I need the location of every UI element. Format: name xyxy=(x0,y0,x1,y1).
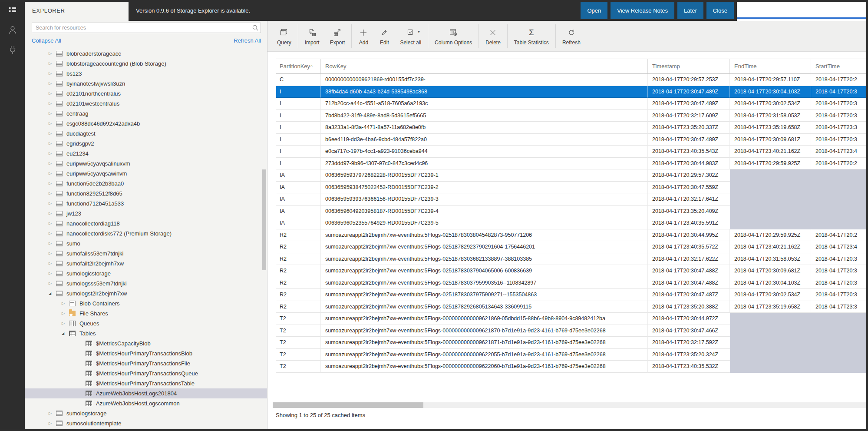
tree-item[interactable]: euripww5cyavqsawinvm xyxy=(25,169,267,179)
expander-icon[interactable] xyxy=(49,139,56,149)
tree-item[interactable]: c02101northcentralus xyxy=(25,89,267,99)
expander-icon[interactable] xyxy=(62,318,69,328)
delete-button[interactable]: Delete xyxy=(480,23,506,50)
select-all-button[interactable]: Select all xyxy=(395,23,426,50)
tree-scrollbar-thumb[interactable] xyxy=(262,169,266,270)
view-release-notes-button[interactable]: View Release Notes xyxy=(611,2,674,19)
tree-item[interactable]: nanocollectordisks772 (Premium Storage) xyxy=(25,229,267,239)
import-button[interactable]: Import xyxy=(300,23,325,50)
table-row[interactable]: I 712b20cc-a44c-4551-a518-7605a6a2193c 2… xyxy=(276,98,866,110)
tree-item[interactable]: eu21234 xyxy=(25,149,267,159)
expander-icon[interactable] xyxy=(49,119,56,129)
column-header-timestamp[interactable]: Timestamp xyxy=(647,59,729,73)
tree-item[interactable]: csgc088dc46d692x42adxa4b xyxy=(25,119,267,129)
later-button[interactable]: Later xyxy=(677,2,703,19)
expander-icon[interactable] xyxy=(49,129,56,139)
tree-item[interactable]: bs123 xyxy=(25,69,267,79)
expander-icon[interactable] xyxy=(49,199,56,209)
add-button[interactable]: Add xyxy=(353,23,374,50)
edit-button[interactable]: Edit xyxy=(374,23,395,50)
expander-icon[interactable] xyxy=(49,109,56,119)
table-row[interactable]: T2 sumoazureappt2lr2bejmh7xw-eventhubs:5… xyxy=(276,337,866,349)
tree-item[interactable]: Blob Containers xyxy=(25,298,267,308)
tree-item[interactable]: Queues xyxy=(25,318,267,328)
refresh-all-link[interactable]: Refresh All xyxy=(234,37,261,44)
table-row[interactable]: I 7bd8b422-31f9-489e-8ad8-5d3615ef5665 2… xyxy=(276,110,866,122)
expander-icon[interactable] xyxy=(49,169,56,179)
expander-icon[interactable] xyxy=(49,99,56,109)
tree-item[interactable]: euripww5cyavqsalinuxvm xyxy=(25,159,267,169)
expander-icon[interactable] xyxy=(49,179,56,189)
expander-icon[interactable] xyxy=(49,49,56,59)
tree-item[interactable]: $MetricsCapacityBlob xyxy=(25,338,267,348)
expander-icon[interactable] xyxy=(49,408,56,418)
table-row[interactable]: IA 00636596052355764929-RD00155DF7C239-5… xyxy=(276,217,866,229)
table-row[interactable]: IA 00636596049203958187-RD00155DF7C239-4… xyxy=(276,206,866,218)
table-row[interactable]: IA 00636595938475022452-RD00155DF7C239-2… xyxy=(276,182,866,194)
table-row[interactable]: T2 sumoazureappt2lr2bejmh7xw-eventhubs:5… xyxy=(276,349,866,361)
expander-icon[interactable] xyxy=(49,219,56,229)
tree-item[interactable]: centraag xyxy=(25,109,267,119)
refresh-button[interactable]: Refresh xyxy=(557,23,586,50)
table-row[interactable]: I 38fb4da4-d60b-4a43-b24d-5385498ac868 2… xyxy=(276,86,866,98)
tree-item[interactable]: c02101westcentralus xyxy=(25,99,267,109)
tree-item[interactable]: sumologstorage xyxy=(25,408,267,418)
expander-icon[interactable] xyxy=(49,229,56,239)
expander-icon[interactable] xyxy=(62,298,69,308)
tree-item[interactable]: sumo xyxy=(25,239,267,249)
expander-icon[interactable] xyxy=(49,159,56,169)
column-header-partitionkey[interactable]: PartitionKey^ xyxy=(276,59,320,73)
expander-icon[interactable] xyxy=(49,69,56,79)
table-row[interactable]: R2 sumoazureappt2lr2bejmh7xw-eventhubs:5… xyxy=(276,265,866,277)
table-row[interactable]: R2 sumoazureappt2lr2bejmh7xw-eventhubs:5… xyxy=(276,301,866,313)
table-row[interactable]: R2 sumoazureappt2lr2bejmh7xw-eventhubs:5… xyxy=(276,241,866,253)
tree-item[interactable]: AzureWebJobsHostLogscommon xyxy=(25,398,267,408)
tree-item[interactable]: $MetricsHourPrimaryTransactionsBlob xyxy=(25,348,267,358)
horizontal-scrollbar-thumb[interactable] xyxy=(273,402,423,408)
column-options-button[interactable]: Column Options xyxy=(429,23,477,50)
tree-item[interactable]: ducdiagtest xyxy=(25,129,267,139)
expander-icon[interactable] xyxy=(49,249,56,259)
expander-icon[interactable] xyxy=(49,239,56,249)
explorer-tab-icon[interactable] xyxy=(0,0,25,20)
tree-item[interactable]: jw123 xyxy=(25,209,267,219)
expander-icon[interactable] xyxy=(49,89,56,99)
expander-icon[interactable] xyxy=(49,59,56,69)
column-header-endtime[interactable]: EndTime xyxy=(729,59,811,73)
tree-item[interactable]: sumologicstorage xyxy=(25,269,267,278)
table-row[interactable]: T2 sumoazureappt2lr2bejmh7xw-eventhubs:5… xyxy=(276,325,866,337)
tree-item[interactable]: sumosolutiontemplate xyxy=(25,418,267,428)
tree-item[interactable]: $MetricsHourPrimaryTransactionsFile xyxy=(25,358,267,368)
tree-item[interactable]: $MetricsHourPrimaryTransactionsTable xyxy=(25,378,267,388)
expander-icon[interactable] xyxy=(49,418,56,428)
tree-item[interactable]: egridsgpv2 xyxy=(25,139,267,149)
tree-item[interactable]: byinanotestwjvwsli3uzn xyxy=(25,79,267,89)
table-row[interactable]: R2 sumoazureappt2lr2bejmh7xw-eventhubs:5… xyxy=(276,253,866,265)
table-row[interactable]: IA 00636595937972682228-RD00155DF7C239-1… xyxy=(276,169,866,182)
expander-icon[interactable] xyxy=(49,288,56,298)
tree-item[interactable]: nanocollectordiag118 xyxy=(25,219,267,229)
export-button[interactable]: Export xyxy=(325,23,350,50)
expander-icon[interactable] xyxy=(62,308,69,318)
expander-icon[interactable] xyxy=(49,149,56,159)
table-row[interactable]: I 8a3233a1-8f3a-4471-8a57-11a682e8e0fb 2… xyxy=(276,122,866,134)
connect-plug-icon[interactable] xyxy=(0,40,25,60)
tree-item[interactable]: sumologst2lr2bejmh7xw xyxy=(25,288,267,298)
table-row[interactable]: I 273ddd97-9b96-4307-97c0-847c3ced4c96 2… xyxy=(276,158,866,170)
table-row[interactable]: R2 sumoazureappt2lr2bejmh7xw-eventhubs:5… xyxy=(276,229,866,242)
expander-icon[interactable] xyxy=(49,278,56,288)
tree-item[interactable]: function8292512f8d65 xyxy=(25,189,267,199)
table-row[interactable]: C 0000000000009621869-rd00155df7c239- 20… xyxy=(276,74,866,86)
tree-item[interactable]: sumologsss53em7tdnjki xyxy=(25,278,267,288)
tree-item[interactable]: sumofailss53em7tdnjki xyxy=(25,249,267,259)
horizontal-scrollbar[interactable] xyxy=(273,402,866,408)
tree-item[interactable]: function5de2b2b3baa0 xyxy=(25,179,267,189)
table-row[interactable]: R2 sumoazureappt2lr2bejmh7xw-eventhubs:5… xyxy=(276,289,866,301)
column-header-starttime[interactable]: StartTime xyxy=(811,59,866,73)
tree-item[interactable]: functiond712b451a533 xyxy=(25,199,267,209)
account-icon[interactable] xyxy=(0,20,25,40)
tree-item[interactable]: $MetricsHourPrimaryTransactionsQueue xyxy=(25,368,267,378)
table-row[interactable]: I b6ee4119-dd3e-4ba6-9cbd-484a57f822a0 2… xyxy=(276,134,866,146)
tree-item[interactable]: blobstorageaccountegrid (Blob Storage) xyxy=(25,59,267,69)
tree-item[interactable]: File Shares xyxy=(25,308,267,318)
